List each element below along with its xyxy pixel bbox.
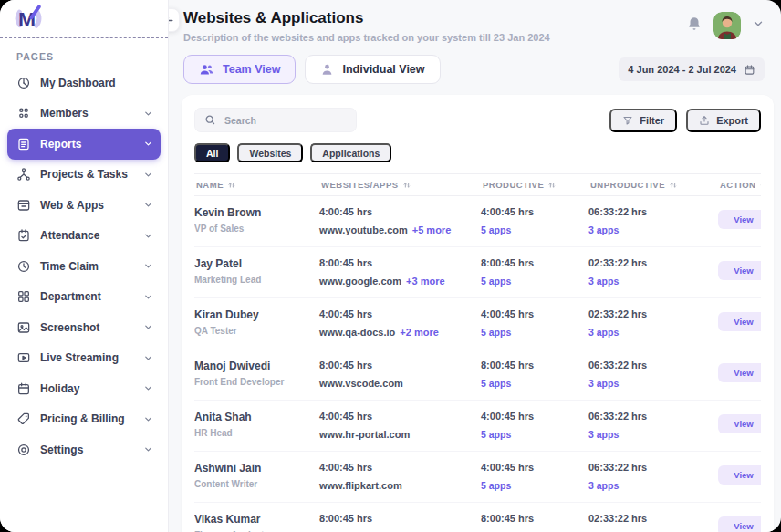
individual-view-button[interactable]: Individual View — [305, 55, 440, 84]
productive-cell: 4:00:45 hrs 5 apps — [481, 411, 588, 440]
more-websites-link[interactable]: +5 more — [412, 224, 452, 235]
date-range-picker[interactable]: 4 Jun 2024 - 2 Jul 2024 — [619, 57, 765, 81]
view-button[interactable]: View — [718, 516, 761, 532]
productive-apps-link[interactable]: 5 apps — [481, 378, 588, 389]
view-button[interactable]: View — [718, 465, 761, 485]
filter-tab[interactable]: Websites — [237, 143, 303, 162]
sidebar-item-label: Holiday — [40, 382, 143, 395]
chevron-down-icon — [143, 322, 153, 332]
sort-icon[interactable] — [759, 181, 761, 190]
filter-button[interactable]: Filter — [609, 109, 677, 132]
more-websites-link[interactable]: +2 more — [400, 327, 439, 338]
logo[interactable]: M — [0, 0, 168, 38]
team-view-button[interactable]: Team View — [183, 55, 296, 84]
productive-apps-link[interactable]: 5 apps — [481, 480, 588, 491]
attendance-icon — [16, 228, 31, 244]
web-time: 8:00:45 hrs — [319, 513, 481, 524]
filter-tab[interactable]: All — [194, 143, 230, 162]
filter-tabs: All Websites Applications — [194, 143, 761, 162]
sidebar-item[interactable]: Settings — [7, 434, 161, 465]
user-avatar[interactable] — [713, 12, 741, 39]
sidebar-item[interactable]: Department — [7, 282, 161, 313]
sidebar-item[interactable]: Projects & Tasks — [7, 160, 161, 191]
filter-tab[interactable]: Applications — [310, 143, 391, 162]
view-button[interactable]: View — [718, 363, 761, 382]
profile-menu-button[interactable] — [752, 17, 765, 34]
notifications-button[interactable] — [686, 16, 703, 36]
unproductive-apps-link[interactable]: 3 apps — [588, 429, 718, 440]
sidebar-item[interactable]: Web & Apps — [7, 190, 161, 221]
website-url: www.qa-docs.io — [319, 327, 395, 338]
unproductive-apps-link[interactable]: 3 apps — [588, 327, 718, 338]
unproductive-time: 02:33:22 hrs — [588, 257, 718, 268]
productive-apps-link[interactable]: 5 apps — [481, 224, 588, 235]
employee-name: Jay Patel — [194, 257, 319, 270]
unproductive-time: 02:33:22 hrs — [588, 308, 718, 319]
unproductive-time: 02:33:22 hrs — [588, 513, 718, 524]
unproductive-cell: 06:33:22 hrs 3 apps — [588, 462, 718, 491]
sidebar-item[interactable]: Live Streaming — [7, 343, 161, 374]
employee-cell: Kevin Brown VP of Sales — [194, 206, 319, 234]
filter-tab-label: Websites — [249, 148, 291, 159]
view-button[interactable]: View — [718, 261, 761, 280]
person-icon — [320, 63, 334, 77]
unproductive-apps-link[interactable]: 3 apps — [588, 480, 718, 491]
sidebar-item[interactable]: Pricing & Billing — [7, 404, 161, 435]
unproductive-cell: 02:33:22 hrs 3 apps — [588, 257, 718, 287]
sidebar-item[interactable]: My Dashboard — [7, 68, 161, 99]
unproductive-apps-link[interactable]: 3 apps — [588, 224, 718, 235]
table-row: Ashwini Jain Content Writer 4:00:45 hrs … — [194, 452, 761, 503]
sidebar-item[interactable]: Holiday — [7, 373, 161, 404]
sort-icon[interactable] — [547, 181, 557, 190]
productive-apps-link[interactable]: 5 apps — [481, 429, 588, 440]
sidebar-item-label: Attendance — [40, 229, 143, 242]
table-header: NAME WEBSITES/APPS PRODUCTIVE — [194, 173, 761, 196]
export-label: Export — [716, 115, 748, 126]
holiday-icon — [16, 381, 31, 396]
sidebar-item[interactable]: Members — [7, 99, 161, 130]
employee-cell: Jay Patel Marketing Lead — [194, 257, 319, 285]
websites-cell: 8:00:45 hrs www.youtube.com+5 more — [319, 513, 481, 532]
view-button[interactable]: View — [718, 414, 761, 433]
employee-name: Kiran Dubey — [194, 308, 319, 321]
column-header-websites: WEBSITES/APPS — [319, 180, 481, 190]
team-icon — [199, 63, 214, 77]
sidebar-item[interactable]: Screenshot — [7, 312, 161, 343]
productive-cell: 4:00:45 hrs 5 apps — [481, 308, 588, 338]
main-content: Websites & Applications Description of t… — [169, 0, 781, 532]
table-row: Kiran Dubey QA Tester 4:00:45 hrs www.qa… — [194, 298, 761, 349]
collapse-left-icon — [169, 15, 174, 26]
sidebar-item-label: My Dashboard — [40, 77, 143, 89]
search-box[interactable] — [194, 108, 357, 132]
sort-icon[interactable] — [402, 181, 411, 190]
unproductive-cell: 02:33:22 hrs 3 apps — [588, 513, 718, 532]
page-title: Websites & Applications — [183, 9, 686, 27]
unproductive-apps-link[interactable]: 3 apps — [588, 378, 718, 389]
chevron-down-icon — [143, 139, 153, 149]
sidebar-item[interactable]: Time Claim — [7, 251, 161, 282]
table-row: Anita Shah HR Head 4:00:45 hrs www.hr-po… — [194, 401, 761, 452]
employee-cell: Vikas Kumar Finance Analyst — [194, 513, 319, 532]
view-button[interactable]: View — [718, 312, 761, 331]
sidebar-item[interactable]: Reports — [7, 129, 161, 160]
chevron-down-icon — [752, 17, 765, 30]
more-websites-link[interactable]: +3 more — [406, 276, 445, 287]
productive-apps-link[interactable]: 5 apps — [481, 327, 588, 338]
sort-icon[interactable] — [669, 181, 678, 190]
search-input[interactable] — [224, 115, 347, 126]
employee-name: Manoj Dwivedi — [194, 360, 319, 372]
unproductive-apps-link[interactable]: 3 apps — [588, 276, 718, 287]
sort-icon[interactable] — [227, 181, 236, 190]
productive-apps-link[interactable]: 5 apps — [481, 276, 588, 287]
reports-icon — [16, 136, 31, 151]
chevron-down-icon — [143, 261, 153, 271]
page-subtitle: Description of the websites and apps tra… — [183, 32, 686, 43]
employee-cell: Kiran Dubey QA Tester — [194, 308, 319, 336]
web-time: 4:00:45 hrs — [319, 462, 481, 473]
export-icon — [699, 115, 710, 126]
view-button[interactable]: View — [718, 210, 761, 229]
sidebar-collapse-button[interactable] — [169, 8, 180, 32]
sidebar-item[interactable]: Attendance — [7, 221, 161, 252]
export-button[interactable]: Export — [686, 109, 761, 132]
employee-name: Ashwini Jain — [194, 462, 319, 475]
